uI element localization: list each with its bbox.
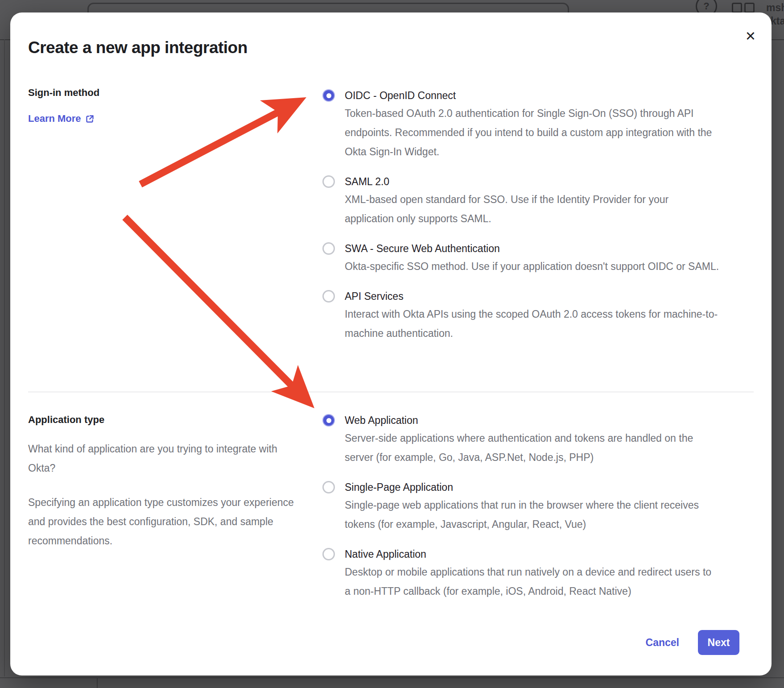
- option-label: Web Application: [345, 414, 719, 427]
- account-text-fragment: msh: [766, 2, 784, 14]
- next-button[interactable]: Next: [698, 630, 739, 655]
- option-description: Desktop or mobile applications that run …: [345, 563, 719, 601]
- option-swa[interactable]: SWA - Secure Web AuthenticationOkta-spec…: [322, 242, 726, 276]
- signin-method-heading: Sign-in method: [28, 86, 99, 99]
- selected-radio-oidc[interactable]: [322, 89, 335, 102]
- learn-more-label: Learn More: [28, 112, 81, 125]
- radio-native-application[interactable]: [322, 548, 335, 560]
- option-oidc[interactable]: OIDC - OpenID ConnectToken-based OAuth 2…: [322, 89, 726, 162]
- learn-more-link[interactable]: Learn More: [28, 112, 95, 125]
- radio-swa[interactable]: [322, 242, 335, 255]
- option-single-page-application[interactable]: Single-Page ApplicationSingle-page web a…: [322, 481, 726, 534]
- option-api-services[interactable]: API ServicesInteract with Okta APIs usin…: [322, 290, 726, 343]
- option-description: Single-page web applications that run in…: [345, 496, 719, 534]
- option-label: Single-Page Application: [345, 481, 719, 494]
- radio-api-services[interactable]: [322, 290, 335, 303]
- radio-saml[interactable]: [322, 175, 335, 188]
- dialog-title: Create a new app integration: [28, 38, 248, 57]
- option-description: Server-side applications where authentic…: [345, 429, 719, 467]
- signin-method-options: OIDC - OpenID ConnectToken-based OAuth 2…: [322, 89, 726, 343]
- close-icon[interactable]: ✕: [740, 26, 761, 46]
- dialog-footer: Cancel Next: [646, 630, 739, 655]
- application-type-heading: Application type: [28, 413, 104, 427]
- application-type-options: Web ApplicationServer-side applications …: [322, 414, 726, 601]
- option-label: Native Application: [345, 547, 719, 561]
- application-type-question: What kind of application are you trying …: [28, 439, 298, 478]
- option-description: Okta-specific SSO method. Use if your ap…: [345, 257, 719, 276]
- option-label: OIDC - OpenID Connect: [345, 89, 719, 102]
- apps-grid-icon: [744, 3, 755, 13]
- option-label: SWA - Secure Web Authentication: [345, 242, 719, 255]
- background-footer-border: [97, 677, 98, 688]
- application-type-note: Specifying an application type customize…: [28, 493, 298, 551]
- apps-grid-icon: [732, 3, 742, 13]
- background-footer-divider: [0, 677, 784, 678]
- account-text-fragment: kta: [771, 15, 784, 27]
- option-label: API Services: [345, 290, 719, 303]
- page: ? msh kta Create a new app integration ✕…: [0, 0, 784, 688]
- option-label: SAML 2.0: [345, 175, 719, 188]
- option-description: XML-based open standard for SSO. Use if …: [345, 190, 719, 228]
- selected-radio-web-application[interactable]: [322, 414, 335, 427]
- option-description: Token-based OAuth 2.0 authentication for…: [345, 104, 719, 162]
- option-web-application[interactable]: Web ApplicationServer-side applications …: [322, 414, 726, 467]
- radio-single-page-application[interactable]: [322, 481, 335, 493]
- external-link-icon: [85, 114, 95, 124]
- section-divider: [28, 392, 754, 392]
- option-description: Interact with Okta APIs using the scoped…: [345, 305, 719, 343]
- create-app-integration-dialog: Create a new app integration ✕ Sign-in m…: [10, 12, 772, 676]
- option-native-application[interactable]: Native ApplicationDesktop or mobile appl…: [322, 547, 726, 601]
- option-saml[interactable]: SAML 2.0XML-based open standard for SSO.…: [322, 175, 726, 228]
- cancel-button[interactable]: Cancel: [646, 637, 679, 649]
- background-left-border: [4, 39, 5, 676]
